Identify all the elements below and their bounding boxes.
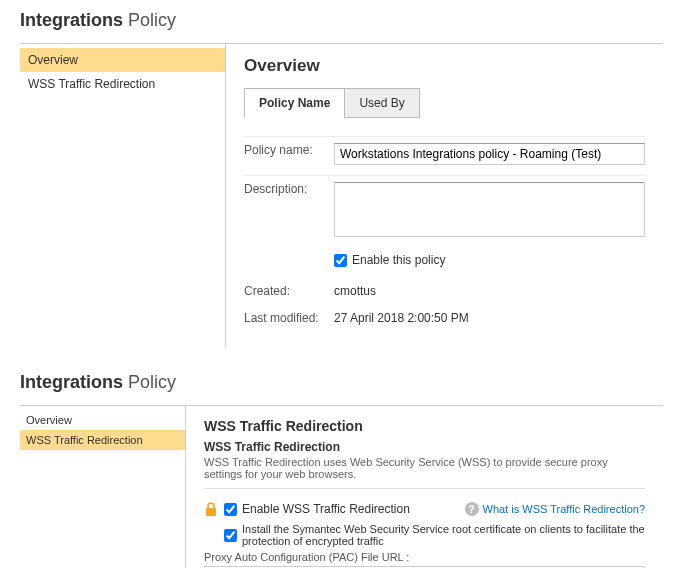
help-link-text: What is WSS Traffic Redirection? (483, 503, 645, 515)
enable-policy-label: Enable this policy (352, 253, 445, 267)
main-title: Overview (244, 56, 645, 76)
sidebar-2: Overview WSS Traffic Redirection (20, 406, 185, 568)
created-value: cmottus (334, 281, 645, 298)
enable-policy-checkbox[interactable] (334, 254, 347, 267)
title-bold: Integrations (20, 10, 123, 30)
modified-label: Last modified: (244, 308, 334, 325)
title-light-2: Policy (128, 372, 176, 392)
enable-wss-checkbox-row[interactable]: Enable WSS Traffic Redirection (224, 502, 410, 516)
help-icon: ? (465, 502, 479, 516)
tab-policy-name[interactable]: Policy Name (244, 88, 345, 118)
sidebar-item-overview[interactable]: Overview (20, 48, 225, 72)
sidebar-item-label: Overview (28, 53, 78, 67)
sidebar-item-label: Overview (26, 414, 72, 426)
install-cert-checkbox[interactable] (224, 529, 237, 542)
description-label: Description: (244, 179, 334, 240)
main-title-2: WSS Traffic Redirection (204, 418, 645, 434)
policy-name-input[interactable] (334, 143, 645, 165)
sidebar: Overview WSS Traffic Redirection (20, 44, 225, 347)
main-panel: Overview Policy Name Used By Policy name… (225, 44, 663, 347)
title-bold-2: Integrations (20, 372, 123, 392)
enable-wss-checkbox[interactable] (224, 503, 237, 516)
page-title: Integrations Policy (20, 10, 663, 31)
tabs: Policy Name Used By (244, 88, 645, 118)
enable-wss-label: Enable WSS Traffic Redirection (242, 502, 410, 516)
main-panel-2: WSS Traffic Redirection WSS Traffic Redi… (185, 406, 663, 568)
tab-label: Policy Name (259, 96, 330, 110)
tab-used-by[interactable]: Used By (345, 88, 419, 118)
policy-name-label: Policy name: (244, 140, 334, 165)
install-cert-checkbox-row[interactable]: Install the Symantec Web Security Servic… (224, 523, 645, 547)
sidebar-item-wss[interactable]: WSS Traffic Redirection (20, 72, 225, 96)
created-label: Created: (244, 281, 334, 298)
sub-title: WSS Traffic Redirection (204, 440, 645, 454)
divider (204, 488, 645, 489)
sub-desc: WSS Traffic Redirection uses Web Securit… (204, 456, 645, 480)
modified-value: 27 April 2018 2:00:50 PM (334, 308, 645, 325)
sidebar-item-label: WSS Traffic Redirection (26, 434, 143, 446)
pac-label: Proxy Auto Configuration (PAC) File URL … (204, 551, 645, 563)
page-title-2: Integrations Policy (20, 372, 663, 393)
help-link[interactable]: What is WSS Traffic Redirection? (483, 503, 645, 515)
sidebar2-item-wss[interactable]: WSS Traffic Redirection (20, 430, 185, 450)
tab-label: Used By (359, 96, 404, 110)
install-cert-label: Install the Symantec Web Security Servic… (242, 523, 645, 547)
title-light: Policy (128, 10, 176, 30)
description-input[interactable] (334, 182, 645, 237)
svg-rect-0 (206, 508, 216, 516)
lock-icon (204, 501, 218, 517)
sidebar2-item-overview[interactable]: Overview (20, 410, 185, 430)
enable-policy-checkbox-row[interactable]: Enable this policy (334, 253, 645, 267)
sidebar-item-label: WSS Traffic Redirection (28, 77, 155, 91)
